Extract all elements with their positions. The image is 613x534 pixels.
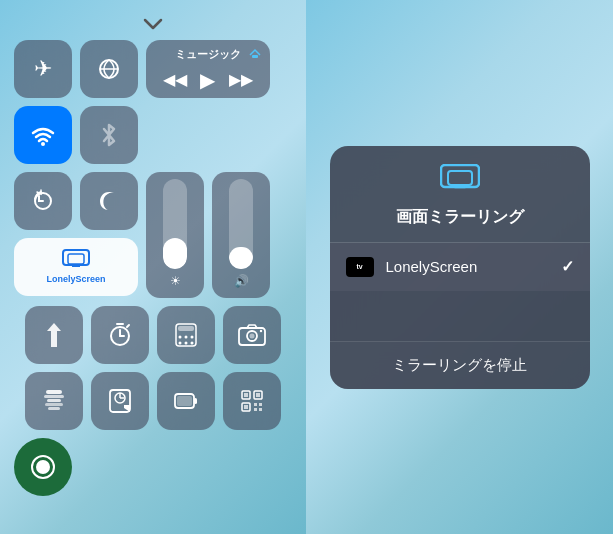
row5 xyxy=(14,438,292,496)
do-not-disturb-button[interactable] xyxy=(80,172,138,230)
svg-rect-5 xyxy=(63,250,89,265)
svg-point-49 xyxy=(36,460,50,474)
svg-point-17 xyxy=(185,336,188,339)
volume-bar xyxy=(229,179,253,269)
volume-fill xyxy=(229,247,253,270)
svg-rect-30 xyxy=(48,407,60,410)
qr-button[interactable] xyxy=(223,372,281,430)
stop-mirroring-button[interactable]: ミラーリングを停止 xyxy=(330,341,590,389)
row4 xyxy=(14,372,292,430)
control-grid: ✈ xyxy=(14,40,292,496)
lock-rotation-button[interactable] xyxy=(14,172,72,230)
camera-button[interactable] xyxy=(223,306,281,364)
airplane-mode-button[interactable]: ✈ xyxy=(14,40,72,98)
voice-memos-button[interactable] xyxy=(25,372,83,430)
ios-control-center: ✈ xyxy=(0,0,306,534)
airplay-icon xyxy=(248,45,262,61)
svg-rect-6 xyxy=(68,254,84,264)
volume-slider[interactable]: 🔊 xyxy=(212,172,270,298)
svg-rect-27 xyxy=(44,395,64,398)
stop-mirroring-label: ミラーリングを停止 xyxy=(392,356,527,375)
lonelyscreen-label: LonelyScreen xyxy=(46,274,105,285)
svg-rect-44 xyxy=(254,403,257,406)
device-item[interactable]: tv LonelyScreen ✓ xyxy=(330,243,590,291)
screen-mirroring-popup: 画面ミラーリング tv LonelyScreen ✓ ミラーリングを停止 xyxy=(330,146,590,389)
apple-tv-icon: tv xyxy=(346,257,374,277)
device-name: LonelyScreen xyxy=(386,258,561,275)
volume-icon: 🔊 xyxy=(234,274,249,288)
row3 xyxy=(14,306,292,364)
svg-point-19 xyxy=(179,342,182,345)
svg-rect-46 xyxy=(254,408,257,411)
mirror-icon xyxy=(440,164,480,199)
svg-point-2 xyxy=(41,142,45,146)
svg-rect-36 xyxy=(194,398,197,404)
checkmark-icon: ✓ xyxy=(561,257,574,276)
svg-rect-15 xyxy=(178,326,194,331)
music-play-button[interactable]: ▶ xyxy=(200,68,215,92)
brightness-slider[interactable]: ☀ xyxy=(146,172,204,298)
popup-header: 画面ミラーリング xyxy=(330,146,590,242)
notes-button[interactable] xyxy=(91,372,149,430)
row2: LonelyScreen ☀ 🔊 xyxy=(14,172,292,298)
top-row: ✈ xyxy=(14,40,292,164)
svg-rect-37 xyxy=(177,396,192,406)
calculator-button[interactable] xyxy=(157,306,215,364)
svg-rect-41 xyxy=(256,393,260,397)
chevron-down-icon[interactable] xyxy=(141,18,165,30)
brightness-bar xyxy=(163,179,187,269)
wifi-button[interactable] xyxy=(14,106,72,164)
svg-rect-39 xyxy=(244,393,248,397)
screen-record-button[interactable] xyxy=(14,438,72,496)
brightness-icon: ☀ xyxy=(170,274,181,288)
svg-marker-8 xyxy=(47,323,61,347)
svg-point-16 xyxy=(179,336,182,339)
empty-space xyxy=(330,291,590,341)
battery-button[interactable] xyxy=(157,372,215,430)
music-prev-button[interactable]: ◀◀ xyxy=(163,70,187,89)
music-controls: ◀◀ ▶ ▶▶ xyxy=(156,68,260,92)
music-next-button[interactable]: ▶▶ xyxy=(229,70,253,89)
svg-line-13 xyxy=(127,325,129,327)
lonelyscreen-icon xyxy=(62,249,90,271)
svg-point-20 xyxy=(185,342,188,345)
bluetooth-button[interactable] xyxy=(80,106,138,164)
popup-title: 画面ミラーリング xyxy=(396,207,524,228)
svg-point-18 xyxy=(191,336,194,339)
lonelyscreen-button[interactable]: LonelyScreen xyxy=(14,238,138,296)
svg-rect-43 xyxy=(244,405,248,409)
svg-rect-45 xyxy=(259,403,262,406)
music-widget[interactable]: ミュージック ◀◀ ▶ ▶▶ xyxy=(146,40,270,98)
cellular-data-button[interactable] xyxy=(80,40,138,98)
svg-rect-47 xyxy=(259,408,262,411)
svg-point-24 xyxy=(250,334,255,339)
brightness-fill xyxy=(163,238,187,270)
svg-rect-50 xyxy=(441,165,479,187)
timer-button[interactable] xyxy=(91,306,149,364)
flashlight-button[interactable] xyxy=(25,306,83,364)
apple-tv-label: tv xyxy=(356,263,362,270)
svg-rect-28 xyxy=(47,399,61,402)
music-title: ミュージック xyxy=(156,47,260,62)
screen-mirroring-panel: 画面ミラーリング tv LonelyScreen ✓ ミラーリングを停止 xyxy=(306,0,613,534)
svg-rect-26 xyxy=(46,390,62,394)
svg-rect-29 xyxy=(45,403,63,406)
svg-point-25 xyxy=(260,330,262,332)
svg-rect-51 xyxy=(448,171,472,185)
svg-rect-3 xyxy=(252,55,258,58)
svg-point-21 xyxy=(191,342,194,345)
